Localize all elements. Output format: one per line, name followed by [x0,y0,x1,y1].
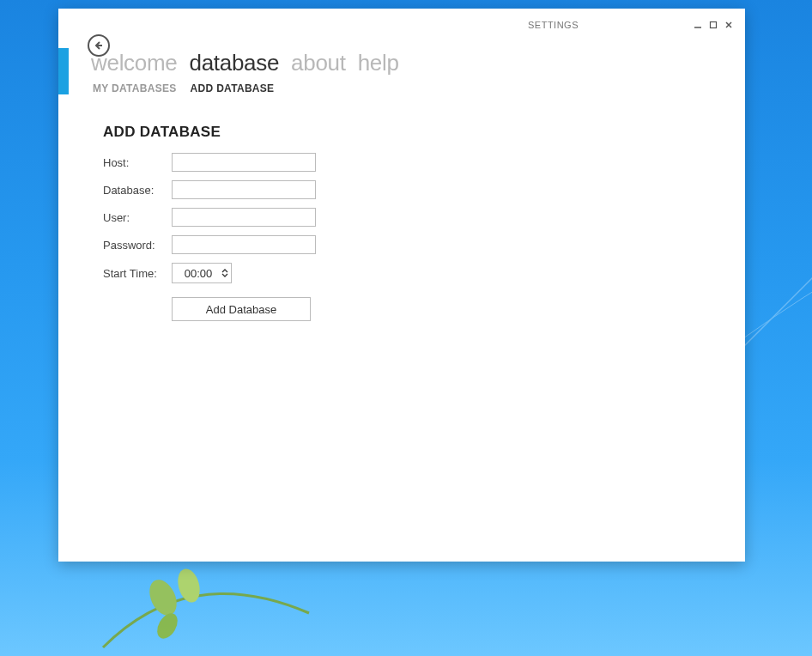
row-password: Password: [103,235,711,254]
titlebar: SETTINGS [528,19,736,31]
close-button[interactable] [721,19,736,31]
top-tabs: welcome database about help [91,50,399,76]
wallpaper-branch [94,553,318,656]
tab-help[interactable]: help [358,50,399,76]
label-start-time: Start Time: [103,267,172,280]
tab-welcome[interactable]: welcome [91,50,178,76]
tab-about[interactable]: about [291,50,346,76]
label-host: Host: [103,156,172,169]
settings-link[interactable]: SETTINGS [528,20,579,30]
minimize-button[interactable] [690,19,706,31]
chevron-down-icon [221,273,228,277]
subtab-add-database[interactable]: ADD DATABASE [191,82,275,94]
svg-point-0 [144,575,182,620]
app-window: SETTINGS welcome database about help [58,9,745,562]
page-title: ADD DATABASE [103,124,711,141]
tab-database[interactable]: database [190,50,280,76]
row-host: Host: [103,153,711,172]
sub-tabs: MY DATABASES ADD DATABASE [93,82,274,94]
content-area: ADD DATABASE Host: Database: User: Passw… [103,124,711,321]
svg-point-1 [174,567,203,605]
label-user: User: [103,211,172,224]
row-user: User: [103,208,711,227]
host-input[interactable] [172,153,316,172]
svg-rect-4 [711,22,717,28]
accent-bar [58,48,69,94]
svg-point-2 [153,610,181,642]
database-input[interactable] [172,180,316,199]
minimize-icon [694,21,702,29]
row-database: Database: [103,180,711,199]
start-time-stepper[interactable]: 00:00 [172,263,232,283]
user-input[interactable] [172,208,316,227]
label-database: Database: [103,184,172,197]
desktop-background: SETTINGS welcome database about help [0,0,812,656]
time-spinner[interactable] [219,264,231,282]
label-password: Password: [103,239,172,252]
password-input[interactable] [172,235,316,254]
add-database-button[interactable]: Add Database [172,297,311,321]
start-time-value: 00:00 [173,267,219,280]
close-icon [724,21,733,29]
maximize-button[interactable] [706,19,721,31]
row-start-time: Start Time: 00:00 [103,263,711,283]
maximize-icon [709,21,718,29]
subtab-my-databases[interactable]: MY DATABASES [93,82,177,94]
